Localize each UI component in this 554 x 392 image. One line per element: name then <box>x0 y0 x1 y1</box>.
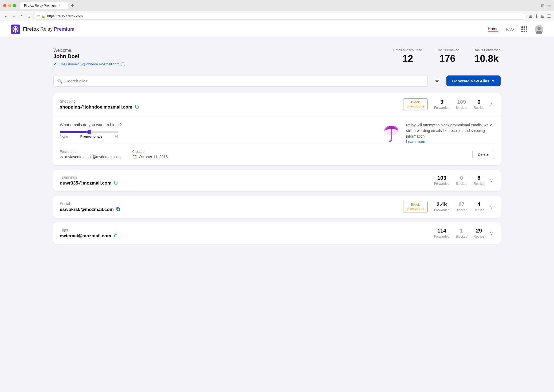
alias-label-trainnings: Trainnings <box>60 175 434 179</box>
svg-point-10 <box>537 27 541 30</box>
maximize-window-button[interactable] <box>13 4 16 7</box>
browser-toolbar-right: ⊞ ☆ <box>541 3 551 8</box>
alias-stat-blocked-trainnings: 0 Blocked <box>456 175 467 186</box>
menu-icon[interactable]: ☰ <box>547 14 551 19</box>
alias-email-shopping: shopping@johndoe.mozmail.com <box>60 105 132 110</box>
svg-rect-19 <box>117 208 120 211</box>
alias-blocked-lbl-t: Blocked <box>456 182 467 186</box>
chevron-down-icon: ▼ <box>492 79 495 83</box>
filter-button[interactable] <box>432 76 442 86</box>
alias-stat-forwarded-shopping: 3 Forwarded <box>434 99 449 110</box>
expand-trips-button[interactable]: ∨ <box>489 229 494 237</box>
stat-emails-blocked: Emails Blocked 176 <box>435 48 459 64</box>
block-level-slider[interactable] <box>60 131 119 133</box>
alias-stat-forwarded-trips: 114 Forwarded <box>434 228 449 239</box>
tab-close-button[interactable]: × <box>59 4 60 7</box>
expand-social-button[interactable]: ∨ <box>489 203 494 211</box>
slider-wrapper: None Promotionals All <box>60 131 371 138</box>
alias-stat-replies-trips: 29 Replies <box>474 228 484 239</box>
envelope-icon: ✉ <box>60 155 63 159</box>
footer-created-label: Created: <box>132 150 168 154</box>
email-domain-label: Email domain: <box>58 62 80 66</box>
alias-footer-shopping: Forward to: ✉ myfavorite.email@mydomain.… <box>60 144 494 159</box>
alias-card-trainnings-header: Trainnings guwr335@mozmail.com 103 Forwa… <box>53 170 501 191</box>
alias-blocked-val-t: 0 <box>456 175 467 181</box>
bookmark-icon[interactable]: ☆ <box>547 3 551 8</box>
email-domain-value[interactable]: @johndoe.mozmail.com <box>82 62 119 66</box>
alias-email-row-shopping: shopping@johndoe.mozmail.com <box>60 105 403 110</box>
copy-email-trips[interactable] <box>113 233 117 238</box>
footer-created: Created: 📅 October 11, 2018 <box>132 150 168 159</box>
browser-tab-active[interactable]: Firefox Relay Premium × <box>20 2 68 9</box>
tab-bar: Firefox Relay Premium × + <box>20 2 539 9</box>
svg-point-2 <box>14 28 17 31</box>
forward-button[interactable]: → <box>11 13 17 19</box>
address-bar[interactable]: 🛡 🔒 https://relay.firefox.com <box>33 13 527 19</box>
slider-labels: None Promotionals All <box>60 134 119 138</box>
nav-home-link[interactable]: Home <box>488 26 498 32</box>
grid-icon[interactable]: ⊞ <box>541 14 544 19</box>
alias-stat-replies-trainnings: 8 Replies <box>474 175 484 186</box>
learn-more-link[interactable]: Learn more <box>406 139 425 144</box>
promo-description: Relay will attempt to block promotional … <box>406 122 494 139</box>
nav-faq-link[interactable]: FAQ <box>506 27 514 31</box>
alias-stat-blocked-shopping: 109 Blocked <box>456 99 467 110</box>
minimize-window-button[interactable] <box>8 4 11 7</box>
alias-replies-val-t: 8 <box>474 175 484 181</box>
alias-stat-replies-shopping: 0 Replies <box>474 99 484 110</box>
alias-stats-shopping: 3 Forwarded 109 Blocked 0 Replies <box>434 99 484 110</box>
footer-forward-label: Forward to: <box>60 150 121 154</box>
alias-blocked-val-tr: 1 <box>456 228 467 234</box>
alias-stat-forwarded-social: 2.4k Forwarded <box>434 201 449 212</box>
reload-button[interactable]: ↻ <box>19 13 25 19</box>
expand-trainnings-button[interactable]: ∨ <box>489 177 494 185</box>
block-badge-social[interactable]: Blockpromotions <box>403 201 428 213</box>
home-button[interactable]: ⌂ <box>27 13 31 19</box>
copy-email-trainnings[interactable] <box>113 181 118 186</box>
alias-replies-val-s: 4 <box>474 201 484 207</box>
alias-card-trips: Trips ewteraei@mozmail.com 114 Forwarded <box>53 222 501 244</box>
user-avatar[interactable] <box>535 25 543 34</box>
delete-alias-shopping-button[interactable]: Delete <box>472 150 494 159</box>
alias-forwarded-val-tr: 114 <box>434 228 449 234</box>
search-input[interactable] <box>53 75 428 87</box>
apps-grid-icon[interactable] <box>521 26 527 32</box>
alias-blocked-lbl-tr: Blocked <box>456 235 467 238</box>
header-nav: Home FAQ <box>488 25 543 34</box>
back-button[interactable]: ← <box>3 13 9 19</box>
alias-forwarded-lbl-s: Forwarded <box>434 208 449 212</box>
info-icon[interactable]: i <box>121 62 125 66</box>
alias-forwarded-lbl: Forwarded <box>434 106 449 110</box>
copy-email-social[interactable] <box>116 207 120 212</box>
filter-icon <box>434 78 440 83</box>
alias-card-social: Social eswokrs5@mozmail.com Blockpromoti… <box>53 195 501 218</box>
download-icon[interactable]: ⬇ <box>535 14 538 19</box>
slider-promotionals-label: Promotionals <box>80 134 103 138</box>
block-badge-shopping[interactable]: Blockpromotions <box>403 98 428 110</box>
alias-blocked-lbl: Blocked <box>456 106 467 110</box>
stats-blocks: Email aliases used 12 Emails Blocked 176… <box>393 48 501 64</box>
stat-forwarded-label: Emails Forwarded <box>473 48 501 52</box>
close-window-button[interactable] <box>3 4 6 7</box>
collapse-shopping-button[interactable]: ∧ <box>489 101 494 109</box>
apps-icon[interactable]: ⊞ <box>541 3 544 8</box>
alias-info-social: Social eswokrs5@mozmail.com <box>60 202 403 212</box>
copy-email-shopping[interactable] <box>135 105 139 110</box>
promo-text-block: Relay will attempt to block promotional … <box>406 122 494 144</box>
left-panel: What emails do you want to block? None P… <box>60 122 371 144</box>
stat-aliases-label: Email aliases used <box>393 48 422 52</box>
lock-icon: 🔒 <box>41 14 45 18</box>
block-question: What emails do you want to block? <box>60 122 371 127</box>
promo-info: Relay will attempt to block promotional … <box>382 122 494 144</box>
alias-forwarded-val-t: 103 <box>434 175 449 181</box>
toolbar-row: 🔍 Generate New Alias ▼ <box>53 75 501 87</box>
extensions-icon[interactable]: ⊞ <box>529 14 532 19</box>
stat-emails-forwarded: Emails Forwarded 10.8k <box>473 48 501 64</box>
alias-label-trips: Trips <box>60 228 434 232</box>
new-tab-button[interactable]: + <box>69 2 76 9</box>
alias-replies-lbl-t: Replies <box>474 182 484 186</box>
slider-thumb[interactable] <box>87 129 92 135</box>
alias-stat-blocked-social: 87 Blocked <box>456 201 467 212</box>
generate-alias-button[interactable]: Generate New Alias ▼ <box>446 75 501 86</box>
umbrella-illustration <box>382 122 401 144</box>
